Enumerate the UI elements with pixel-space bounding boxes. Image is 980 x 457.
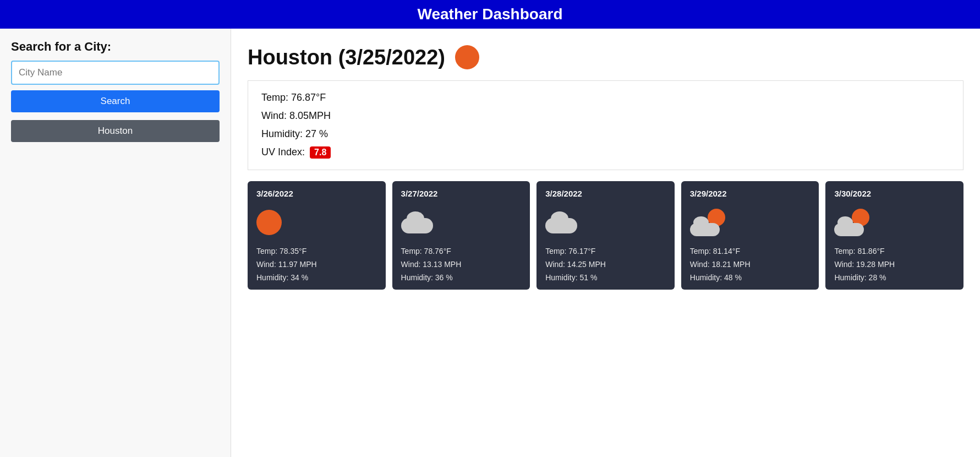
forecast-date: 3/27/2022 (401, 189, 522, 198)
forecast-date: 3/28/2022 (545, 189, 666, 198)
forecast-wind: Wind: 14.25 MPH (545, 260, 666, 269)
forecast-wind: Wind: 11.97 MPH (256, 260, 377, 269)
current-temp: Temp: 76.87°F (261, 92, 950, 104)
current-weather-header: Houston (3/25/2022) (248, 45, 963, 69)
app-header: Weather Dashboard (0, 0, 980, 29)
forecast-card-1: 3/27/2022 Temp: 78.76°F Wind: 13.13 MPH … (392, 181, 530, 290)
main-layout: Search for a City: Search Houston Housto… (0, 29, 980, 457)
forecast-temp: Temp: 78.76°F (401, 247, 522, 255)
forecast-humidity: Humidity: 48 % (690, 273, 811, 282)
current-humidity: Humidity: 27 % (261, 128, 950, 140)
forecast-icon-area (401, 206, 522, 239)
search-label: Search for a City: (11, 40, 220, 54)
forecast-date: 3/30/2022 (834, 189, 955, 198)
uv-value: 7.8 (310, 146, 331, 159)
content-area: Houston (3/25/2022) Temp: 76.87°F Wind: … (231, 29, 980, 457)
forecast-humidity: Humidity: 28 % (834, 273, 955, 282)
forecast-icon-cloud (545, 211, 578, 233)
forecast-card-2: 3/28/2022 Temp: 76.17°F Wind: 14.25 MPH … (536, 181, 675, 290)
forecast-wind: Wind: 18.21 MPH (690, 260, 811, 269)
history-item-houston[interactable]: Houston (11, 120, 220, 142)
forecast-wind: Wind: 13.13 MPH (401, 260, 522, 269)
forecast-temp: Temp: 76.17°F (545, 247, 666, 255)
forecast-date: 3/29/2022 (690, 189, 811, 198)
current-weather-icon-sun (455, 45, 479, 69)
forecast-temp: Temp: 81.86°F (834, 247, 955, 255)
forecast-humidity: Humidity: 51 % (545, 273, 666, 282)
current-wind: Wind: 8.05MPH (261, 110, 950, 122)
sidebar: Search for a City: Search Houston (0, 29, 231, 457)
search-button[interactable]: Search (11, 90, 220, 112)
forecast-icon-area (545, 206, 666, 239)
uv-label: UV Index: (261, 146, 305, 157)
forecast-temp: Temp: 78.35°F (256, 247, 377, 255)
current-city-title: Houston (3/25/2022) (248, 46, 445, 69)
forecast-icon-area (256, 206, 377, 239)
forecast-icon-partly-cloudy (690, 209, 725, 236)
forecast-wind: Wind: 19.28 MPH (834, 260, 955, 269)
current-stats: Temp: 76.87°F Wind: 8.05MPH Humidity: 27… (248, 80, 963, 170)
forecast-icon-partly-cloudy (834, 209, 869, 236)
forecast-temp: Temp: 81.14°F (690, 247, 811, 255)
current-uv: UV Index: 7.8 (261, 146, 950, 159)
forecast-card-3: 3/29/2022 Temp: 81.14°F Wind: 18.21 MPH … (681, 181, 819, 290)
forecast-icon-cloud (401, 211, 434, 233)
forecast-icon-area (690, 206, 811, 239)
forecast-humidity: Humidity: 34 % (256, 273, 377, 282)
forecast-card-4: 3/30/2022 Temp: 81.86°F Wind: 19.28 MPH … (825, 181, 963, 290)
forecast-icon-sun (256, 210, 282, 235)
forecast-grid: 3/26/2022 Temp: 78.35°F Wind: 11.97 MPH … (248, 181, 963, 290)
forecast-icon-area (834, 206, 955, 239)
city-input[interactable] (11, 61, 220, 85)
app-title: Weather Dashboard (418, 6, 563, 23)
forecast-card-0: 3/26/2022 Temp: 78.35°F Wind: 11.97 MPH … (248, 181, 386, 290)
forecast-humidity: Humidity: 36 % (401, 273, 522, 282)
forecast-date: 3/26/2022 (256, 189, 377, 198)
